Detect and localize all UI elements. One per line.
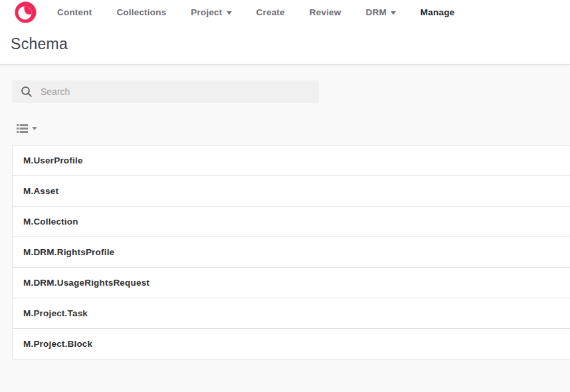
chevron-down-icon [227, 11, 232, 15]
chevron-down-icon [32, 127, 37, 130]
content-area: M.UserProfile M.Asset M.Collection M.DRM… [0, 80, 570, 392]
schema-list-item[interactable]: M.DRM.UsageRightsRequest [13, 268, 570, 298]
nav-item-label: Create [256, 7, 285, 17]
nav-item-label: Manage [421, 7, 454, 17]
schema-name: M.DRM.UsageRightsRequest [23, 278, 149, 288]
nav-item[interactable]: Content [57, 7, 92, 17]
list-view-icon [17, 124, 28, 133]
search-icon [21, 86, 33, 98]
nav-item[interactable]: Review [310, 7, 341, 17]
nav-item[interactable]: DRM [366, 7, 396, 17]
schema-list-item[interactable]: M.DRM.RightsProfile [13, 237, 570, 268]
schema-list-item[interactable]: M.Collection [13, 207, 570, 237]
search-box [12, 80, 319, 103]
top-nav-bar: Content Collections Project Create Revie… [0, 0, 570, 25]
main-nav: Content Collections Project Create Revie… [57, 7, 454, 17]
schema-list: M.UserProfile M.Asset M.Collection M.DRM… [12, 145, 570, 359]
nav-item-label: DRM [366, 7, 387, 17]
nav-item-label: Collections [116, 7, 166, 17]
schema-list-item[interactable]: M.Asset [13, 176, 570, 207]
schema-name: M.UserProfile [23, 155, 83, 165]
nav-item[interactable]: Project [191, 7, 231, 17]
page-header: Schema [0, 25, 570, 64]
nav-item-label: Content [57, 7, 92, 17]
app-logo[interactable] [15, 1, 37, 23]
nav-item-label: Review [310, 7, 341, 17]
schema-name: M.Asset [23, 186, 58, 196]
page-title: Schema [11, 35, 68, 53]
schema-list-item[interactable]: M.Project.Task [13, 298, 570, 329]
nav-item[interactable]: Manage [421, 7, 454, 17]
schema-name: M.Project.Block [23, 339, 92, 349]
nav-item[interactable]: Create [256, 7, 285, 17]
nav-item-label: Project [191, 7, 222, 17]
view-selector-button[interactable] [17, 124, 47, 133]
schema-list-item[interactable]: M.UserProfile [13, 146, 570, 176]
chevron-down-icon [391, 11, 396, 15]
schema-name: M.DRM.RightsProfile [23, 247, 114, 257]
nav-item[interactable]: Collections [116, 7, 166, 17]
content-hub-logo-icon [15, 1, 37, 23]
schema-name: M.Project.Task [23, 308, 88, 318]
search-input[interactable] [39, 86, 319, 98]
schema-name: M.Collection [23, 217, 78, 227]
schema-list-item[interactable]: M.Project.Block [13, 329, 570, 359]
